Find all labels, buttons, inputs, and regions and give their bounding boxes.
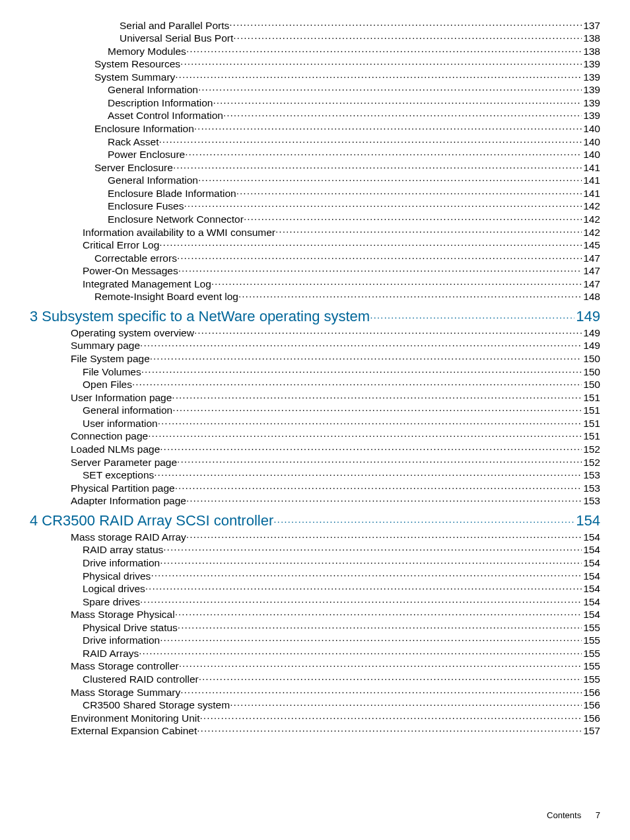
- toc-entry-page: 151: [582, 430, 600, 442]
- toc-entry-title: RAID Arrays: [83, 647, 139, 660]
- toc-entry-title: Serial and Parallel Ports: [120, 19, 229, 32]
- toc-entry-title: Mass Storage Physical: [71, 608, 175, 621]
- toc-entry-title: Memory Modules: [108, 45, 186, 57]
- toc-leader-dots: [179, 660, 582, 670]
- toc-entry: Physical Drive status155: [30, 621, 600, 634]
- toc-leader-dots: [132, 378, 582, 389]
- toc-entry: Drive information154: [30, 556, 600, 569]
- toc-entry: Summary page149: [30, 339, 600, 352]
- toc-entry-page: 151: [582, 404, 600, 416]
- toc-leader-dots: [186, 494, 582, 505]
- table-of-contents: Serial and Parallel Ports137Universal Se…: [30, 19, 600, 737]
- toc-leader-dots: [186, 530, 582, 541]
- toc-entry-title: Enclosure Network Connector: [108, 213, 244, 225]
- toc-entry-title: SET exceptions: [83, 469, 154, 481]
- toc-leader-dots: [145, 582, 582, 593]
- toc-entry-page: 149: [582, 339, 600, 352]
- toc-entry-page: 150: [582, 378, 600, 391]
- toc-entry: File System page150: [30, 352, 600, 365]
- toc-leader-dots: [198, 174, 582, 184]
- toc-entry: Enclosure Network Connector142: [30, 212, 600, 225]
- toc-entry-page: 152: [582, 443, 600, 455]
- toc-entry-title: File Volumes: [83, 365, 141, 378]
- toc-entry-page: 148: [582, 290, 600, 303]
- toc-entry: Serial and Parallel Ports137: [30, 19, 600, 32]
- toc-entry-title: Information availability to a WMI consum…: [83, 226, 275, 239]
- toc-leader-dots: [177, 455, 582, 466]
- toc-leader-dots: [148, 430, 582, 440]
- toc-leader-dots: [172, 404, 582, 414]
- toc-entry-title: Clustered RAID controller: [83, 673, 199, 685]
- toc-entry: External Expansion Cabinet 157: [30, 724, 600, 738]
- toc-entry-page: 153: [582, 482, 600, 494]
- toc-entry-page: 156: [582, 686, 600, 699]
- toc-entry: Server Enclosure141: [30, 161, 600, 174]
- toc-leader-dots: [229, 19, 582, 29]
- toc-entry: Connection page151: [30, 430, 600, 443]
- toc-leader-dots: [177, 251, 582, 262]
- toc-entry-page: 149: [575, 307, 600, 325]
- toc-entry-title: Drive information: [83, 634, 160, 646]
- toc-entry-page: 155: [582, 634, 600, 646]
- toc-leader-dots: [172, 391, 582, 401]
- toc-entry-page: 153: [582, 494, 600, 507]
- toc-entry-page: 154: [582, 543, 600, 556]
- toc-entry-page: 140: [582, 135, 600, 148]
- toc-entry-title: Mass Storage controller: [71, 660, 179, 672]
- toc-entry-title: User Information page: [71, 391, 172, 404]
- toc-entry-page: 156: [582, 712, 600, 724]
- toc-leader-dots: [139, 646, 582, 657]
- toc-entry-page: 138: [582, 45, 600, 57]
- toc-entry: Environment Monitoring Unit156: [30, 711, 600, 724]
- toc-entry-page: 142: [582, 200, 600, 212]
- toc-entry-page: 142: [582, 226, 600, 239]
- toc-entry-title: System Summary: [94, 71, 175, 83]
- toc-entry-page: 149: [582, 326, 600, 339]
- document-page: Serial and Parallel Ports137Universal Se…: [0, 0, 630, 840]
- toc-entry-page: 154: [582, 570, 600, 582]
- toc-entry: Enclosure Fuses142: [30, 200, 600, 213]
- toc-entry-title: Drive information: [83, 556, 160, 569]
- footer-label: Contents: [547, 810, 581, 820]
- toc-entry-title: Connection page: [71, 430, 148, 442]
- toc-entry-page: 139: [582, 57, 600, 70]
- toc-entry: Physical Partition page153: [30, 481, 600, 494]
- toc-leader-dots: [223, 109, 582, 120]
- toc-leader-dots: [198, 83, 582, 94]
- toc-entry-title: Enclosure Information: [94, 122, 194, 135]
- toc-entry-title: File System page: [71, 352, 150, 365]
- toc-entry-page: 139: [582, 109, 600, 122]
- toc-entry-page: 139: [582, 83, 600, 96]
- toc-chapter-entry: 4 CR3500 RAID Array SCSI controller154: [30, 512, 600, 529]
- toc-entry-title: Server Parameter page: [71, 456, 177, 469]
- toc-entry: RAID array status154: [30, 543, 600, 556]
- toc-entry-page: 141: [582, 161, 600, 174]
- toc-leader-dots: [150, 352, 582, 363]
- toc-leader-dots: [140, 339, 582, 350]
- toc-leader-dots: [151, 569, 582, 580]
- toc-entry-page: 155: [582, 673, 600, 685]
- toc-entry: Server Parameter page152: [30, 455, 600, 469]
- toc-entry-page: 154: [582, 608, 600, 621]
- toc-entry-page: 138: [582, 32, 600, 44]
- toc-entry: General Information139: [30, 83, 600, 96]
- toc-entry: Universal Serial Bus Port138: [30, 32, 600, 45]
- toc-entry: System Summary139: [30, 70, 600, 83]
- toc-entry-page: 147: [582, 252, 600, 264]
- toc-leader-dots: [194, 326, 582, 336]
- toc-entry-title: Integrated Management Log: [83, 278, 211, 290]
- toc-entry: CR3500 Shared Storage system156: [30, 699, 600, 712]
- toc-leader-dots: [173, 161, 582, 171]
- toc-leader-dots: [160, 556, 582, 566]
- toc-entry: Clustered RAID controller155: [30, 673, 600, 686]
- toc-leader-dots: [186, 44, 582, 55]
- toc-entry-page: 155: [582, 660, 600, 672]
- toc-entry-title: Universal Serial Bus Port: [120, 32, 233, 44]
- toc-leader-dots: [160, 442, 582, 453]
- toc-entry: General Information141: [30, 174, 600, 187]
- toc-leader-dots: [211, 277, 582, 287]
- toc-entry: Correctable errors147: [30, 251, 600, 264]
- toc-entry-title: Adapter Information page: [71, 494, 186, 507]
- toc-leader-dots: [185, 148, 582, 159]
- toc-leader-dots: [180, 685, 582, 696]
